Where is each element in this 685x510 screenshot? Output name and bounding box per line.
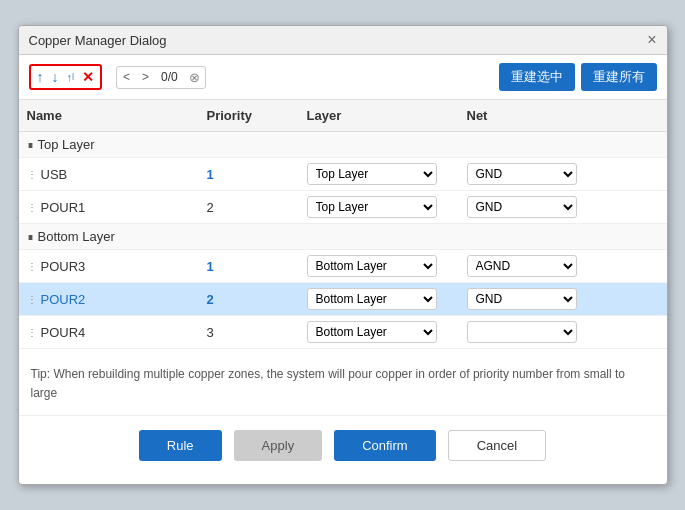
apply-button: Apply [234,430,323,461]
row-name-usb: USB [41,167,68,182]
group-row-top-layer: ∎ Top Layer [19,132,667,158]
nav-clear-button[interactable]: ⊗ [184,67,205,88]
table-row: ⋮ POUR2 2 Top Layer Bottom Layer GND AGN… [19,283,667,316]
row-name-pour1: POUR1 [41,200,86,215]
table-row: ⋮ POUR4 3 Top Layer Bottom Layer GND AGN… [19,316,667,349]
cell-name-pour3: ⋮ POUR3 [19,250,199,282]
cell-net-pour4: GND AGND [459,316,667,348]
table-row: ⋮ POUR1 2 Top Layer Bottom Layer GND AGN… [19,191,667,224]
drag-icon: ⋮ [27,169,37,180]
action-buttons-group: ↑ ↓ ↑| ✕ [29,64,103,90]
cell-name-pour2: ⋮ POUR2 [19,283,199,315]
cell-priority-pour1: 2 [199,191,299,223]
layer-select-pour3[interactable]: Top Layer Bottom Layer [307,255,437,277]
nav-counter: 0/0 [155,67,184,87]
group-label-top-layer: ∎ Top Layer [19,132,199,157]
cell-name-pour4: ⋮ POUR4 [19,316,199,348]
table-row: ⋮ USB 1 Top Layer Bottom Layer GND AGND [19,158,667,191]
table-header: Name Priority Layer Net [19,100,667,132]
layer-select-pour2[interactable]: Top Layer Bottom Layer [307,288,437,310]
layer-select-pour4[interactable]: Top Layer Bottom Layer [307,321,437,343]
tip-text: Tip: When rebuilding multiple copper zon… [19,349,667,411]
cell-net-pour2: GND AGND [459,283,667,315]
cell-name-pour1: ⋮ POUR1 [19,191,199,223]
col-name: Name [19,104,199,127]
col-priority: Priority [199,104,299,127]
dialog-title: Copper Manager Dialog [29,33,167,48]
row-name-pour4: POUR4 [41,325,86,340]
cell-priority-pour2: 2 [199,283,299,315]
group-label-bottom-layer: ∎ Bottom Layer [19,224,199,249]
rebuild-selected-button[interactable]: 重建选中 [499,63,575,91]
drag-icon: ⋮ [27,294,37,305]
dialog-titlebar: Copper Manager Dialog × [19,26,667,55]
copper-manager-dialog: Copper Manager Dialog × ↑ ↓ ↑| ✕ < > 0/0… [18,25,668,485]
group-expand-icon[interactable]: ∎ [27,138,34,151]
rebuild-all-button[interactable]: 重建所有 [581,63,657,91]
layer-select-pour1[interactable]: Top Layer Bottom Layer [307,196,437,218]
drag-icon: ⋮ [27,327,37,338]
table: Name Priority Layer Net ∎ Top Layer ⋮ US… [19,100,667,349]
cell-priority-pour3: 1 [199,250,299,282]
priority-value-pour2: 2 [207,292,214,307]
net-select-pour2[interactable]: GND AGND [467,288,577,310]
rule-button[interactable]: Rule [139,430,222,461]
move-down-button[interactable]: ↓ [50,68,61,86]
cell-net-pour1: GND AGND [459,191,667,223]
cell-layer-pour4: Top Layer Bottom Layer [299,316,459,348]
net-select-pour1[interactable]: GND AGND [467,196,577,218]
group-row-bottom-layer: ∎ Bottom Layer [19,224,667,250]
footer-buttons: Rule Apply Confirm Cancel [19,415,667,475]
row-name-pour2: POUR2 [41,292,86,307]
cell-priority-usb: 1 [199,158,299,190]
cell-layer-usb: Top Layer Bottom Layer [299,158,459,190]
toolbar: ↑ ↓ ↑| ✕ < > 0/0 ⊗ 重建选中 重建所有 [19,55,667,100]
table-row: ⋮ POUR3 1 Top Layer Bottom Layer GND AGN… [19,250,667,283]
priority-value-pour1: 2 [207,200,214,215]
nav-prev-button[interactable]: < [117,67,136,87]
move-up-button[interactable]: ↑ [35,68,46,86]
close-button[interactable]: × [647,32,656,48]
col-net: Net [459,104,667,127]
nav-next-button[interactable]: > [136,67,155,87]
cancel-button[interactable]: Cancel [448,430,546,461]
drag-icon: ⋮ [27,202,37,213]
cell-name-usb: ⋮ USB [19,158,199,190]
delete-button[interactable]: ✕ [80,68,96,86]
confirm-button[interactable]: Confirm [334,430,436,461]
net-select-pour4[interactable]: GND AGND [467,321,577,343]
net-select-usb[interactable]: GND AGND [467,163,577,185]
cell-net-usb: GND AGND [459,158,667,190]
priority-value-usb: 1 [207,167,214,182]
row-name-pour3: POUR3 [41,259,86,274]
priority-value-pour4: 3 [207,325,214,340]
cell-layer-pour3: Top Layer Bottom Layer [299,250,459,282]
move-top-button[interactable]: ↑| [65,70,77,85]
layer-select-usb[interactable]: Top Layer Bottom Layer [307,163,437,185]
cell-layer-pour2: Top Layer Bottom Layer [299,283,459,315]
cell-layer-pour1: Top Layer Bottom Layer [299,191,459,223]
drag-icon: ⋮ [27,261,37,272]
net-select-pour3[interactable]: GND AGND [467,255,577,277]
group-expand-icon-bottom[interactable]: ∎ [27,230,34,243]
col-layer: Layer [299,104,459,127]
cell-net-pour3: GND AGND [459,250,667,282]
nav-group: < > 0/0 ⊗ [116,66,206,89]
priority-value-pour3: 1 [207,259,214,274]
cell-priority-pour4: 3 [199,316,299,348]
